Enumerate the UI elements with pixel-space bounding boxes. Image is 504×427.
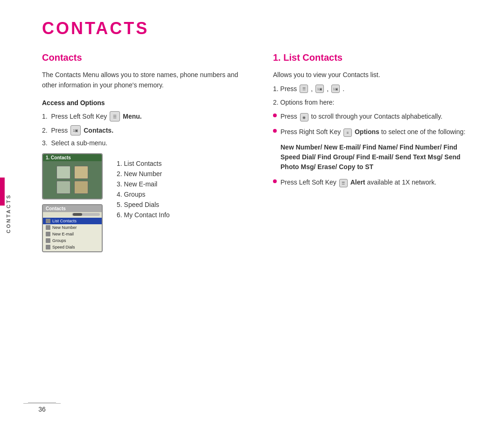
step-3-text: 3. Select a sub-menu. <box>42 139 107 147</box>
page-title: CONTACTS <box>42 19 476 38</box>
bullet-item-1: Press ◉ to scroll through your Contacts … <box>273 112 476 121</box>
step-2-number: 2. Press <box>42 127 68 134</box>
phone-scroll-bar <box>43 212 102 217</box>
access-options-heading: Access and Options <box>42 99 245 107</box>
bold-options-text: New Number/ New E-mail/ Find Name/ Find … <box>280 142 476 172</box>
bullet-item-3: Press Left Soft Key ☰ Alert available at… <box>273 178 476 187</box>
options-icon: ≡ <box>343 128 352 137</box>
menu-icon: ☰ <box>110 111 120 121</box>
step-1-bold: Menu. <box>123 113 141 120</box>
bullet-list: Press ◉ to scroll through your Contacts … <box>273 112 476 187</box>
phone-menu-label-1: List Contacts <box>52 219 77 223</box>
step-1-number: 1. Press Left Soft Key <box>42 113 107 120</box>
page-number: 36 <box>28 402 56 413</box>
phone-menu-label-3: New E-mail <box>52 232 74 236</box>
two-col-layout: Contacts The Contacts Menu allows you to… <box>42 52 476 252</box>
step-3: 3. Select a sub-menu. <box>42 139 245 147</box>
right-menu-icon: ☰ <box>300 85 308 93</box>
contacts-icon: 1▣ <box>70 125 81 135</box>
menu-item-5: 5. Speed Dials <box>117 201 170 208</box>
main-content: CONTACTS Contacts The Contacts Menu allo… <box>23 0 504 427</box>
phone-menu-item-1: List Contacts <box>43 218 102 224</box>
phone-menu-icon-4 <box>46 238 50 243</box>
right-section-description: Allows you to view your Contacts list. <box>273 70 476 80</box>
bullet-2-content: Press Right Soft Key ≡ Options to select… <box>280 127 465 137</box>
phone-menu-icon-5 <box>46 245 50 249</box>
phone-menu-icon-1 <box>46 219 50 223</box>
scroll-indicator <box>72 213 100 216</box>
phone-icon-row-bottom <box>56 181 88 194</box>
bullet-item-bold: New Number/ New E-mail/ Find Name/ Find … <box>280 142 476 172</box>
bullet-dot-2 <box>273 129 277 133</box>
left-section-heading: Contacts <box>42 52 245 63</box>
phone-icon-3 <box>56 181 70 194</box>
left-column: Contacts The Contacts Menu allows you to… <box>42 52 245 252</box>
phone-menu-label-4: Groups <box>52 238 66 243</box>
menu-item-2: 2. New Number <box>117 170 170 178</box>
step-2-bold: Contacts. <box>84 127 113 134</box>
phone-menu-item-3: New E-mail <box>43 231 102 237</box>
bullet-dot-3 <box>273 179 277 183</box>
phone-menu-label-5: Speed Dials <box>52 245 75 249</box>
phone-menu-icon-2 <box>46 225 50 230</box>
step-1: 1. Press Left Soft Key ☰ Menu. <box>42 111 245 121</box>
phone-icon-row-top <box>56 166 88 179</box>
sidebar-tab: CONTACTS <box>0 0 17 427</box>
phone-menu-item-2: New Number <box>43 224 102 231</box>
phone-screen-1-title: 1. Contacts <box>43 154 102 161</box>
step-2: 2. Press 1▣ Contacts. <box>42 125 245 135</box>
bullet-3-content: Press Left Soft Key ☰ Alert available at… <box>280 178 436 187</box>
right-step-1: 1. Press ☰ , 1▣ , 1▣ . <box>273 85 476 93</box>
page-container: CONTACTS CONTACTS Contacts The Contacts … <box>0 0 504 427</box>
left-section-description: The Contacts Menu allows you to store na… <box>42 70 245 91</box>
right-column: 1. List Contacts Allows you to view your… <box>264 52 476 252</box>
right-step-2-text: 2. Options from here: <box>273 99 335 106</box>
right-step-1-text: 1. Press <box>273 85 297 93</box>
phone-icon-4 <box>74 181 88 194</box>
phone-screen-1: 1. Contacts <box>42 153 103 199</box>
right-key-icon-2: 1▣ <box>331 85 340 93</box>
bullet-item-2: Press Right Soft Key ≡ Options to select… <box>273 127 476 137</box>
right-section-heading: 1. List Contacts <box>273 52 476 63</box>
phone-screen-menu: List Contacts New Number New E-mail <box>43 217 102 251</box>
right-key-icon-1: 1▣ <box>315 85 324 93</box>
scroll-icon: ◉ <box>300 113 308 121</box>
phone-screen-2-title: Contacts <box>43 205 102 212</box>
bullet-dot-1 <box>273 114 277 117</box>
menu-list: 1. List Contacts 2. New Number 3. New E-… <box>117 160 170 221</box>
menu-item-6: 6. My Contact Info <box>117 211 170 219</box>
menu-item-3: 3. New E-mail <box>117 180 170 188</box>
phone-screen-2-title-text: Contacts <box>46 206 66 211</box>
phone-menu-item-4: Groups <box>43 237 102 244</box>
bullet-1-content: Press ◉ to scroll through your Contacts … <box>280 112 442 121</box>
alert-icon: ☰ <box>339 179 348 187</box>
phone-menu-icon-3 <box>46 232 50 236</box>
phone-menu-item-5: Speed Dials <box>43 244 102 250</box>
phone-icon-2 <box>74 166 88 179</box>
phone-menu-label-2: New Number <box>52 225 77 230</box>
sidebar-marker <box>0 178 5 206</box>
menu-item-1: 1. List Contacts <box>117 160 170 167</box>
right-step-1-comma1: , <box>311 85 313 93</box>
scroll-handle <box>73 213 82 216</box>
sidebar-label: CONTACTS <box>6 194 11 233</box>
menu-item-4: 4. Groups <box>117 191 170 198</box>
right-step-1-comma2: , <box>327 85 329 93</box>
phone-icon-1 <box>56 166 70 179</box>
phone-screen-2: Contacts List Contacts <box>42 204 103 252</box>
right-step-1-period: . <box>343 85 344 93</box>
phone-screen-1-icons <box>43 161 102 199</box>
right-step-2: 2. Options from here: <box>273 99 476 106</box>
